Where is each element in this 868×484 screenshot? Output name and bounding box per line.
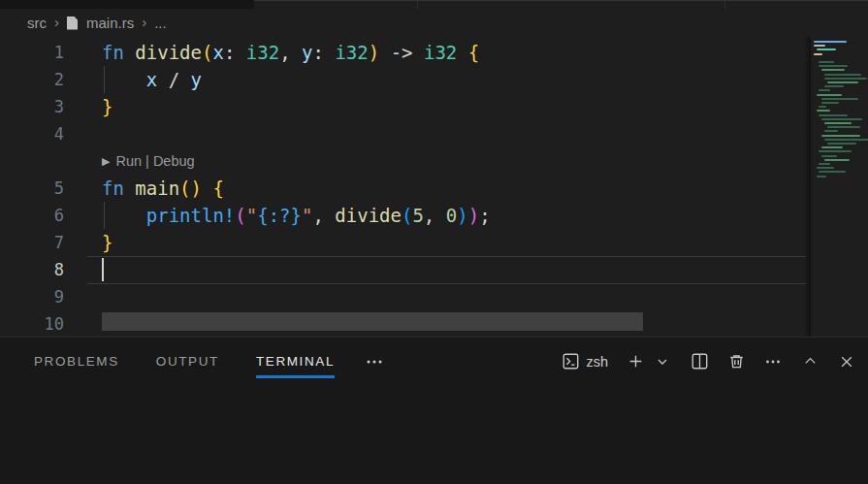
code-line-2[interactable]: 2 x / y bbox=[0, 66, 811, 93]
minimap-line bbox=[821, 135, 860, 137]
code-token: fn bbox=[102, 177, 124, 199]
line-number[interactable]: 2 bbox=[0, 66, 64, 93]
line-number[interactable]: 3 bbox=[0, 93, 64, 120]
code-text: println!("{:?}", divide(5, 0)); bbox=[102, 202, 491, 229]
panel-tab-output[interactable]: OUTPUT bbox=[138, 338, 238, 385]
panel-tab-terminal[interactable]: TERMINAL bbox=[238, 338, 353, 385]
minimap-line bbox=[814, 45, 825, 47]
line-number[interactable]: 5 bbox=[0, 175, 64, 202]
minimap-line bbox=[827, 143, 856, 145]
line-number[interactable]: 9 bbox=[0, 283, 64, 310]
line-number[interactable]: 4 bbox=[0, 120, 64, 147]
new-terminal-plus-icon[interactable] bbox=[626, 352, 645, 371]
code-token: ; bbox=[479, 205, 490, 226]
split-terminal-icon[interactable] bbox=[690, 352, 709, 371]
inactive-tabs-area[interactable] bbox=[254, 0, 868, 9]
minimap-line bbox=[819, 65, 848, 67]
code-token: , bbox=[312, 205, 323, 226]
code-line-9[interactable]: 9 bbox=[0, 283, 811, 310]
code-text: } bbox=[102, 93, 113, 120]
minimap-line bbox=[824, 122, 852, 124]
minimap-line bbox=[821, 98, 858, 100]
code-token: main bbox=[135, 177, 179, 199]
minimap-line bbox=[817, 176, 826, 177]
code-token: i32 bbox=[246, 42, 279, 63]
minimap-line bbox=[819, 114, 848, 116]
breadcrumb-src[interactable]: src bbox=[27, 15, 47, 31]
code-token bbox=[434, 205, 445, 226]
minimap-line bbox=[821, 102, 839, 104]
panel-header: PROBLEMSOUTPUTTERMINAL zsh bbox=[0, 338, 868, 385]
code-token: ) bbox=[457, 205, 467, 226]
code-token: divide bbox=[335, 205, 402, 226]
code-line-4[interactable]: 4 bbox=[0, 120, 811, 147]
line-number[interactable]: 7 bbox=[0, 229, 64, 256]
code-line-6[interactable]: 6 println!("{:?}", divide(5, 0)); bbox=[0, 202, 811, 229]
minimap-line bbox=[824, 78, 867, 80]
breadcrumb-file[interactable]: main.rs bbox=[86, 15, 134, 31]
terminal-icon bbox=[561, 352, 580, 371]
editor-tab-strip[interactable] bbox=[0, 0, 868, 9]
minimap-line bbox=[819, 89, 830, 91]
code-token: {:?} bbox=[257, 205, 302, 226]
breadcrumb-symbol[interactable]: ... bbox=[154, 15, 167, 31]
code-token: { bbox=[468, 42, 479, 63]
horizontal-scrollbar[interactable] bbox=[102, 312, 643, 331]
minimap-line bbox=[824, 159, 850, 161]
code-line-5[interactable]: 5fn main() { bbox=[0, 175, 811, 202]
more-actions-ellipsis-icon[interactable] bbox=[763, 352, 783, 371]
minimap[interactable] bbox=[811, 37, 868, 337]
code-token: fn bbox=[102, 42, 124, 63]
code-line-7[interactable]: 7} bbox=[0, 229, 811, 256]
chevron-right-icon: › bbox=[142, 14, 146, 30]
code-text: fn divide(x: i32, y: i32) -> i32 { bbox=[102, 39, 479, 66]
line-number[interactable]: 6 bbox=[0, 202, 64, 229]
tabs-overflow-ellipsis-icon[interactable] bbox=[365, 352, 384, 371]
minimap-line bbox=[824, 85, 844, 87]
code-token: x bbox=[146, 69, 157, 90]
close-panel-x-icon[interactable] bbox=[837, 352, 856, 371]
code-token: , bbox=[279, 42, 290, 63]
maximize-panel-chevron-up-icon[interactable] bbox=[800, 352, 820, 371]
code-line-3[interactable]: 3} bbox=[0, 93, 811, 120]
line-number[interactable]: 10 bbox=[0, 310, 64, 337]
panel-tab-problems[interactable]: PROBLEMS bbox=[16, 338, 138, 385]
file-icon bbox=[67, 16, 78, 30]
code-text: fn main() { bbox=[102, 175, 224, 202]
minimap-line bbox=[817, 167, 834, 169]
code-token: : bbox=[224, 42, 235, 63]
code-token bbox=[202, 177, 212, 199]
minimap-line bbox=[821, 155, 837, 157]
shell-label[interactable]: zsh bbox=[586, 354, 608, 370]
chevron-down-icon[interactable] bbox=[653, 352, 672, 371]
kill-terminal-trash-icon[interactable] bbox=[726, 352, 746, 371]
minimap-shadow bbox=[804, 37, 811, 337]
codelens-label[interactable]: Run | Debug bbox=[115, 153, 194, 169]
minimap-line bbox=[824, 130, 838, 132]
play-icon[interactable]: ▶ bbox=[102, 155, 110, 168]
active-tab-sliver[interactable] bbox=[0, 0, 254, 9]
panel-tab-label: PROBLEMS bbox=[34, 354, 119, 378]
code-line-1[interactable]: 1fn divide(x: i32, y: i32) -> i32 { bbox=[0, 39, 811, 66]
code-editor[interactable]: 1fn divide(x: i32, y: i32) -> i32 {2 x /… bbox=[0, 37, 868, 337]
codelens-run-debug[interactable]: ▶Run | Debug bbox=[102, 147, 195, 175]
minimap-line bbox=[819, 106, 826, 108]
code-line-8[interactable]: 8 bbox=[0, 256, 811, 283]
minimap-line bbox=[819, 163, 830, 165]
code-token bbox=[102, 205, 146, 226]
code-token: : bbox=[312, 42, 323, 63]
code-token: 0 bbox=[446, 205, 457, 226]
line-number[interactable]: 8 bbox=[0, 256, 64, 283]
code-token: } bbox=[102, 96, 113, 117]
minimap-line bbox=[814, 41, 847, 43]
code-token bbox=[324, 42, 335, 63]
code-token: ) bbox=[369, 42, 379, 63]
breadcrumb: src › main.rs › ... bbox=[0, 9, 868, 37]
code-token: ( bbox=[179, 177, 190, 199]
line-number[interactable]: 1 bbox=[0, 39, 64, 66]
panel-tab-label: TERMINAL bbox=[256, 354, 335, 378]
code-text: } bbox=[102, 229, 113, 256]
code-token bbox=[413, 42, 424, 63]
minimap-line bbox=[819, 171, 846, 173]
text-cursor bbox=[102, 258, 104, 281]
